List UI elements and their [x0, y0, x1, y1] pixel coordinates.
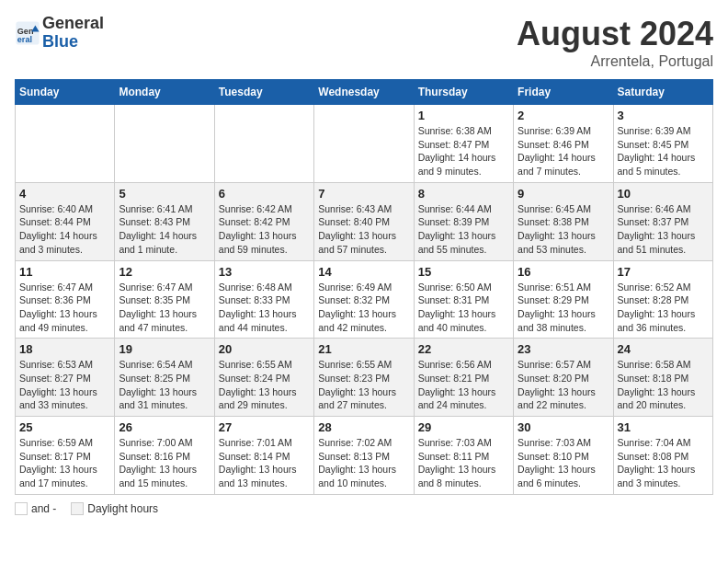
calendar-week-5: 25Sunrise: 6:59 AM Sunset: 8:17 PM Dayli…	[16, 417, 713, 495]
calendar-cell: 26Sunrise: 7:00 AM Sunset: 8:16 PM Dayli…	[115, 417, 214, 495]
day-detail: Sunrise: 6:53 AM Sunset: 8:27 PM Dayligh…	[19, 358, 110, 412]
calendar-cell: 19Sunrise: 6:54 AM Sunset: 8:25 PM Dayli…	[115, 339, 214, 417]
logo-line1: General	[42, 14, 104, 32]
calendar-cell: 31Sunrise: 7:04 AM Sunset: 8:08 PM Dayli…	[613, 417, 712, 495]
day-number: 16	[518, 265, 609, 279]
calendar-cell: 10Sunrise: 6:46 AM Sunset: 8:37 PM Dayli…	[613, 182, 712, 260]
day-number: 21	[318, 342, 409, 356]
calendar-cell: 25Sunrise: 6:59 AM Sunset: 8:17 PM Dayli…	[16, 417, 115, 495]
calendar-cell: 29Sunrise: 7:03 AM Sunset: 8:11 PM Dayli…	[414, 417, 513, 495]
day-detail: Sunrise: 6:46 AM Sunset: 8:37 PM Dayligh…	[618, 202, 709, 257]
day-number: 2	[518, 109, 609, 122]
calendar-cell: 24Sunrise: 6:58 AM Sunset: 8:18 PM Dayli…	[613, 339, 712, 417]
day-number: 28	[318, 420, 409, 434]
day-detail: Sunrise: 6:41 AM Sunset: 8:43 PM Dayligh…	[119, 202, 210, 257]
day-detail: Sunrise: 6:47 AM Sunset: 8:36 PM Dayligh…	[19, 281, 110, 335]
calendar-header-friday: Friday	[514, 80, 613, 105]
day-number: 31	[618, 420, 709, 434]
calendar-cell: 17Sunrise: 6:52 AM Sunset: 8:28 PM Dayli…	[613, 260, 712, 339]
day-detail: Sunrise: 6:39 AM Sunset: 8:45 PM Dayligh…	[618, 124, 709, 178]
day-number: 18	[19, 342, 110, 356]
day-detail: Sunrise: 6:47 AM Sunset: 8:35 PM Dayligh…	[119, 281, 210, 335]
calendar-cell: 22Sunrise: 6:56 AM Sunset: 8:21 PM Dayli…	[414, 339, 513, 417]
calendar-cell	[214, 105, 313, 183]
day-detail: Sunrise: 6:42 AM Sunset: 8:42 PM Dayligh…	[219, 202, 310, 257]
legend-white-box	[15, 502, 28, 515]
day-number: 30	[518, 420, 609, 434]
calendar-cell	[314, 105, 414, 183]
calendar-week-4: 18Sunrise: 6:53 AM Sunset: 8:27 PM Dayli…	[16, 339, 713, 417]
day-number: 14	[318, 265, 409, 279]
day-detail: Sunrise: 7:04 AM Sunset: 8:08 PM Dayligh…	[618, 436, 709, 490]
logo-line2: Blue	[42, 32, 78, 51]
calendar-cell: 20Sunrise: 6:55 AM Sunset: 8:24 PM Dayli…	[214, 339, 313, 417]
day-detail: Sunrise: 6:58 AM Sunset: 8:18 PM Dayligh…	[618, 358, 709, 412]
day-number: 22	[418, 342, 509, 356]
day-detail: Sunrise: 6:51 AM Sunset: 8:29 PM Dayligh…	[518, 281, 609, 335]
legend-white-label: and -	[31, 502, 56, 515]
calendar-cell: 18Sunrise: 6:53 AM Sunset: 8:27 PM Dayli…	[16, 339, 115, 417]
day-detail: Sunrise: 6:43 AM Sunset: 8:40 PM Dayligh…	[318, 202, 409, 257]
calendar-week-3: 11Sunrise: 6:47 AM Sunset: 8:36 PM Dayli…	[16, 260, 713, 339]
day-detail: Sunrise: 6:45 AM Sunset: 8:38 PM Dayligh…	[518, 202, 609, 257]
day-number: 27	[219, 420, 310, 434]
calendar-cell: 28Sunrise: 7:02 AM Sunset: 8:13 PM Dayli…	[314, 417, 414, 495]
day-number: 20	[219, 342, 310, 356]
day-number: 17	[618, 265, 709, 279]
day-detail: Sunrise: 7:03 AM Sunset: 8:10 PM Dayligh…	[518, 436, 609, 490]
day-number: 10	[618, 187, 709, 201]
day-number: 19	[119, 342, 210, 356]
day-number: 11	[19, 265, 110, 279]
calendar-cell	[115, 105, 214, 183]
calendar-header-row: SundayMondayTuesdayWednesdayThursdayFrid…	[16, 80, 713, 105]
day-number: 4	[19, 187, 110, 201]
month-year: August 2024	[517, 15, 713, 53]
legend-white: and -	[15, 502, 56, 515]
day-detail: Sunrise: 7:03 AM Sunset: 8:11 PM Dayligh…	[418, 436, 509, 490]
day-detail: Sunrise: 6:57 AM Sunset: 8:20 PM Dayligh…	[518, 358, 609, 412]
day-detail: Sunrise: 6:54 AM Sunset: 8:25 PM Dayligh…	[119, 358, 210, 412]
calendar-week-2: 4Sunrise: 6:40 AM Sunset: 8:44 PM Daylig…	[16, 182, 713, 260]
day-number: 8	[418, 187, 509, 201]
calendar-header-wednesday: Wednesday	[314, 80, 414, 105]
day-detail: Sunrise: 6:56 AM Sunset: 8:21 PM Dayligh…	[418, 358, 509, 412]
location: Arrentela, Portugal	[517, 53, 713, 70]
day-detail: Sunrise: 6:48 AM Sunset: 8:33 PM Dayligh…	[219, 281, 310, 335]
calendar-cell: 12Sunrise: 6:47 AM Sunset: 8:35 PM Dayli…	[115, 260, 214, 339]
day-detail: Sunrise: 6:49 AM Sunset: 8:32 PM Dayligh…	[318, 281, 409, 335]
day-number: 23	[518, 342, 609, 356]
calendar-table: SundayMondayTuesdayWednesdayThursdayFrid…	[15, 79, 713, 495]
calendar-cell: 21Sunrise: 6:55 AM Sunset: 8:23 PM Dayli…	[314, 339, 414, 417]
day-number: 13	[219, 265, 310, 279]
legend-gray: Daylight hours	[71, 502, 158, 515]
day-number: 5	[119, 187, 210, 201]
day-detail: Sunrise: 6:55 AM Sunset: 8:24 PM Dayligh…	[219, 358, 310, 412]
calendar-cell: 30Sunrise: 7:03 AM Sunset: 8:10 PM Dayli…	[514, 417, 613, 495]
day-detail: Sunrise: 6:38 AM Sunset: 8:47 PM Dayligh…	[418, 124, 509, 178]
legend-gray-box	[71, 502, 84, 515]
day-detail: Sunrise: 6:39 AM Sunset: 8:46 PM Dayligh…	[518, 124, 609, 178]
day-number: 9	[518, 187, 609, 201]
calendar-cell	[16, 105, 115, 183]
calendar-cell: 14Sunrise: 6:49 AM Sunset: 8:32 PM Dayli…	[314, 260, 414, 339]
page-header: Gen eral General Blue August 2024 Arrent…	[15, 15, 713, 70]
svg-text:eral: eral	[17, 35, 32, 44]
calendar-header-tuesday: Tuesday	[214, 80, 313, 105]
day-detail: Sunrise: 6:50 AM Sunset: 8:31 PM Dayligh…	[418, 281, 509, 335]
calendar-cell: 2Sunrise: 6:39 AM Sunset: 8:46 PM Daylig…	[514, 105, 613, 183]
title-block: August 2024 Arrentela, Portugal	[517, 15, 713, 70]
calendar-cell: 15Sunrise: 6:50 AM Sunset: 8:31 PM Dayli…	[414, 260, 513, 339]
calendar-cell: 6Sunrise: 6:42 AM Sunset: 8:42 PM Daylig…	[214, 182, 313, 260]
day-detail: Sunrise: 6:55 AM Sunset: 8:23 PM Dayligh…	[318, 358, 409, 412]
calendar-week-1: 1Sunrise: 6:38 AM Sunset: 8:47 PM Daylig…	[16, 105, 713, 183]
day-detail: Sunrise: 6:59 AM Sunset: 8:17 PM Dayligh…	[19, 436, 110, 490]
calendar-cell: 5Sunrise: 6:41 AM Sunset: 8:43 PM Daylig…	[115, 182, 214, 260]
day-detail: Sunrise: 6:52 AM Sunset: 8:28 PM Dayligh…	[618, 281, 709, 335]
logo: Gen eral General Blue	[15, 15, 104, 52]
calendar-cell: 1Sunrise: 6:38 AM Sunset: 8:47 PM Daylig…	[414, 105, 513, 183]
day-number: 29	[418, 420, 509, 434]
legend-gray-label: Daylight hours	[87, 502, 158, 515]
day-detail: Sunrise: 6:40 AM Sunset: 8:44 PM Dayligh…	[19, 202, 110, 257]
calendar-cell: 11Sunrise: 6:47 AM Sunset: 8:36 PM Dayli…	[16, 260, 115, 339]
calendar-cell: 9Sunrise: 6:45 AM Sunset: 8:38 PM Daylig…	[514, 182, 613, 260]
